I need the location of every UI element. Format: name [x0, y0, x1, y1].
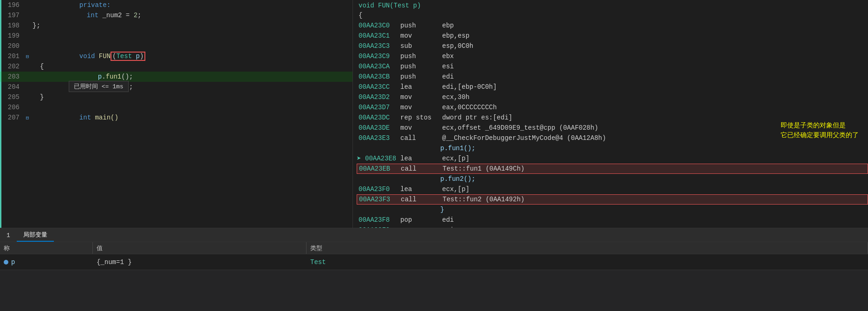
line-num-204: 204: [0, 83, 24, 91]
disasm-line-23f0: 00AA23F0 lea ecx,[p]: [357, 184, 868, 194]
code-line-201: 201 ⊟ void FUN(Test p): [0, 51, 352, 61]
disasm-line-23eb: 00AA23EB call Test::fun1 (0AA149Ch): [357, 164, 868, 174]
disasm-line-23f9: 00AA23F9 pop esi: [357, 225, 868, 228]
debug-dot-icon: [4, 260, 8, 265]
line-num-196: 196: [0, 1, 24, 9]
line-indicator-207: ⊟: [24, 115, 31, 121]
disasm-line-23f3: 00AA23F3 call Test::fun2 (0AA1492h): [357, 194, 868, 205]
code-line-205: 205 }: [0, 92, 352, 102]
disasm-line-23c3: 00AA23C3 sub esp,0C0h: [357, 41, 868, 51]
red-box-201: (Test p): [111, 52, 145, 61]
line-num-197: 197: [0, 12, 24, 19]
green-left-bar: [0, 0, 1, 228]
debug-var-name: p: [11, 258, 15, 266]
disasm-panel: void FUN(Test p) { 00AA23C0 push ebp 00A…: [353, 0, 868, 228]
editors-row: 196 private: 197 int _num2 = 2; 19: [0, 0, 868, 228]
disasm-line-23e8: ➤ 00AA23E8 lea ecx,[p]: [357, 153, 868, 164]
main-container: 196 private: 197 int _num2 = 2; 19: [0, 0, 868, 311]
line-num-203: 203: [0, 73, 24, 80]
code-line-203: 203 p.fun1();: [0, 72, 352, 82]
line-num-198: 198: [0, 22, 24, 29]
debug-tabs: 1 局部变量: [0, 228, 868, 242]
annotation-line1: 即使是子类的对象但是: [781, 121, 859, 131]
disasm-line-23f8: 00AA23F8 pop edi: [357, 215, 868, 225]
disasm-brace-text: {: [359, 12, 868, 19]
line-num-200: 200: [0, 42, 24, 50]
code-lines: 196 private: 197 int _num2 = 2; 19: [0, 0, 352, 123]
annotation-bubble: 即使是子类的对象但是 它已经确定要调用父类的了: [781, 121, 859, 140]
debug-table: 称 值 类型 p {_num=1 } Test: [0, 242, 868, 311]
line-num-199: 199: [0, 32, 24, 40]
line-num-206: 206: [0, 104, 24, 111]
disasm-line-23ca: 00AA23CA push esi: [357, 61, 868, 72]
debug-cell-name-p: p: [0, 258, 93, 266]
debug-table-header: 称 值 类型: [0, 242, 868, 254]
disasm-line-23cc: 00AA23CC lea edi,[ebp-0C0h]: [357, 82, 868, 92]
debug-row-p: p {_num=1 } Test: [0, 254, 868, 270]
annotation-line2: 它已经确定要调用父类的了: [781, 131, 859, 140]
line-content-205: }: [31, 93, 352, 101]
code-line-198: 198 };: [0, 20, 352, 31]
disasm-line-23c1: 00AA23C1 mov ebp,esp: [357, 31, 868, 41]
code-line-199: 199: [0, 31, 352, 41]
col-header-type: 类型: [307, 242, 868, 254]
line-num-205: 205: [0, 93, 24, 101]
line-content-198: };: [31, 22, 352, 29]
tooltip-overlay: 已用时间 <= 1ms: [69, 81, 129, 92]
disasm-open-brace: {: [357, 10, 868, 20]
code-line-207: 207 ⊟ int main(): [0, 112, 352, 123]
line-num-202: 202: [0, 63, 24, 70]
disasm-line-23c0: 00AA23C0 push ebp: [357, 20, 868, 31]
code-line-197: 197 int _num2 = 2;: [0, 10, 352, 20]
debug-panel-label: 1: [0, 230, 17, 242]
debug-panel: 1 局部变量 称 值 类型 p {_num=1 } Test: [0, 228, 868, 311]
disasm-header: void FUN(Test p): [357, 0, 868, 10]
line-indicator-201: ⊟: [24, 53, 31, 60]
disasm-line-23c9: 00AA23C9 push ebx: [357, 51, 868, 61]
debug-cell-val-p: {_num=1 }: [93, 258, 307, 266]
disasm-line-23cb: 00AA23CB push edi: [357, 72, 868, 82]
line-num-201: 201: [0, 53, 24, 60]
col-header-value: 值: [93, 242, 307, 254]
col-header-name: 称: [0, 242, 93, 254]
disasm-comment-fun1: p.fun1();: [357, 143, 868, 153]
line-num-207: 207: [0, 114, 24, 121]
disasm-comment-close: }: [357, 205, 868, 215]
disasm-comment-fun2: p.fun2();: [357, 174, 868, 184]
disasm-line-23d7: 00AA23D7 mov eax,0CCCCCCCCh: [357, 102, 868, 112]
debug-tab-locals[interactable]: 局部变量: [17, 229, 54, 242]
arrow-icon: ➤: [357, 154, 361, 163]
code-editor[interactable]: 196 private: 197 int _num2 = 2; 19: [0, 0, 353, 228]
debug-cell-type-p: Test: [307, 258, 868, 266]
disasm-line-23d2: 00AA23D2 mov ecx,30h: [357, 92, 868, 102]
line-content-207: int main(): [31, 106, 352, 129]
